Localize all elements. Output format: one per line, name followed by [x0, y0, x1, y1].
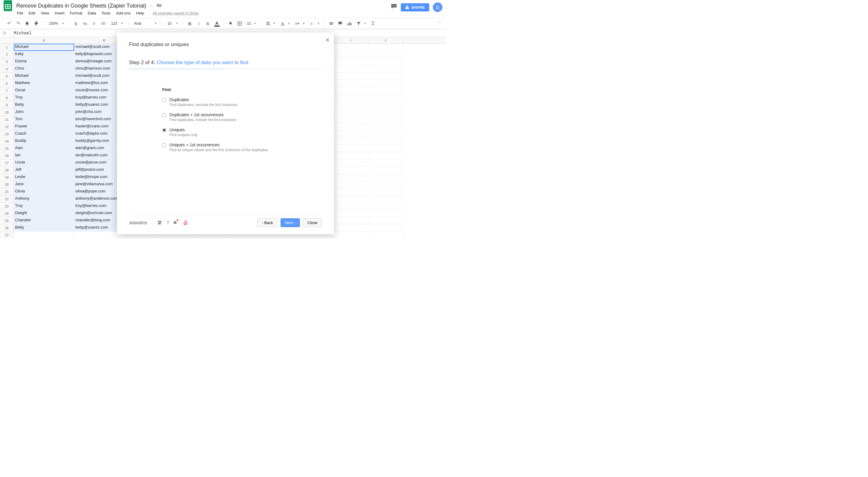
borders-icon[interactable] [236, 20, 243, 27]
menu-tools[interactable]: Tools [101, 11, 110, 15]
menu-view[interactable]: View [41, 11, 49, 15]
zoom-select[interactable]: 100%▼ [46, 21, 66, 27]
strike-icon[interactable]: S [204, 20, 212, 27]
font-size-select[interactable]: 10▼ [165, 21, 180, 27]
cell[interactable] [368, 210, 403, 217]
cell[interactable] [333, 174, 368, 181]
help-icon[interactable]: ? [166, 220, 169, 226]
share-button[interactable]: SHARE [401, 3, 429, 11]
row-header[interactable]: 19 [0, 174, 14, 181]
dialog-close-icon[interactable]: ✕ [325, 37, 330, 43]
row-header[interactable]: 6 [0, 80, 14, 87]
cell[interactable] [368, 224, 403, 232]
row-header[interactable]: 3 [0, 58, 14, 65]
cell[interactable] [333, 217, 368, 224]
cell[interactable]: Michael [14, 73, 74, 80]
cell[interactable] [333, 130, 368, 138]
col-header-A[interactable]: A [14, 37, 74, 43]
cell[interactable]: Matthew [14, 80, 74, 87]
cell[interactable]: Michael [14, 44, 74, 51]
cell[interactable]: Anthony [14, 196, 74, 203]
cell[interactable] [368, 80, 403, 87]
percent-icon[interactable]: % [82, 20, 89, 27]
cell[interactable] [368, 145, 403, 152]
formula-input[interactable]: Michael [14, 31, 32, 36]
cell[interactable] [368, 188, 403, 196]
row-header[interactable]: 23 [0, 203, 14, 210]
cell[interactable] [368, 217, 403, 224]
bug-report-icon[interactable] [173, 220, 178, 226]
font-select[interactable]: Arial▼ [131, 21, 158, 27]
avatar[interactable]: D [433, 2, 442, 12]
row-header[interactable]: 4 [0, 65, 14, 73]
row-header[interactable]: 24 [0, 210, 14, 217]
cell[interactable] [333, 159, 368, 167]
row-header[interactable]: 5 [0, 73, 14, 80]
cell[interactable] [333, 188, 368, 196]
cell[interactable]: Coach [14, 130, 74, 138]
cell[interactable] [368, 109, 403, 116]
cell[interactable] [368, 130, 403, 138]
col-header-J[interactable]: J [368, 37, 403, 43]
cell[interactable] [333, 152, 368, 159]
radio-option[interactable]: DuplicatesFind duplicates, exclude the f… [162, 97, 322, 107]
text-color-icon[interactable]: A [213, 20, 221, 27]
row-header[interactable]: 1 [0, 44, 14, 51]
cell[interactable]: Jane [14, 181, 74, 188]
cell[interactable] [368, 167, 403, 174]
sheets-logo[interactable] [2, 0, 14, 12]
save-status[interactable]: All changes saved in Drive [153, 11, 198, 15]
cell[interactable]: Olivia [14, 188, 74, 196]
cell[interactable] [333, 73, 368, 80]
cell[interactable]: Oscar [14, 87, 74, 94]
cell[interactable]: Chandler [14, 217, 74, 224]
row-header[interactable]: 10 [0, 109, 14, 116]
number-format-select[interactable]: 123▼ [108, 21, 125, 27]
row-header[interactable]: 8 [0, 94, 14, 101]
cell[interactable] [333, 51, 368, 58]
wrap-select[interactable]: ▼ [293, 20, 307, 27]
cell[interactable]: Jeff [14, 167, 74, 174]
cell[interactable]: Uncle [14, 159, 74, 167]
menu-insert[interactable]: Insert [55, 11, 64, 15]
radio-icon[interactable] [162, 128, 166, 132]
share-addon-icon[interactable] [157, 220, 163, 226]
row-header[interactable]: 14 [0, 138, 14, 145]
cell[interactable] [333, 80, 368, 87]
cell[interactable] [333, 167, 368, 174]
row-header[interactable]: 9 [0, 101, 14, 109]
next-button[interactable]: Next› [281, 218, 300, 227]
row-header[interactable]: 26 [0, 224, 14, 232]
cell[interactable] [368, 58, 403, 65]
cell[interactable]: Dwight [14, 210, 74, 217]
cell[interactable]: Frasier [14, 123, 74, 130]
menu-format[interactable]: Format [70, 11, 82, 15]
cell[interactable]: Leslie [14, 174, 74, 181]
cell[interactable] [333, 87, 368, 94]
functions-icon[interactable]: Σ [370, 20, 377, 27]
menu-data[interactable]: Data [88, 11, 96, 15]
collapse-toolbar-icon[interactable]: ˆ [436, 20, 444, 27]
move-folder-icon[interactable] [156, 3, 162, 9]
cell[interactable]: Ian [14, 152, 74, 159]
cell[interactable]: Alan [14, 145, 74, 152]
fill-color-icon[interactable] [227, 20, 234, 27]
cell[interactable] [333, 138, 368, 145]
row-header[interactable]: 11 [0, 116, 14, 123]
row-header[interactable]: 20 [0, 181, 14, 188]
row-header[interactable]: 18 [0, 167, 14, 174]
row-header[interactable]: 15 [0, 145, 14, 152]
cell[interactable] [333, 101, 368, 109]
menu-help[interactable]: Help [136, 11, 144, 15]
rotate-select[interactable]: A ▼ [308, 20, 321, 27]
cell[interactable] [368, 116, 403, 123]
filter-select[interactable]: ▼ [355, 20, 368, 27]
cell[interactable] [333, 65, 368, 73]
valign-select[interactable]: ▼ [279, 20, 292, 27]
cell[interactable] [368, 65, 403, 73]
cell[interactable] [333, 181, 368, 188]
cell[interactable] [14, 232, 74, 238]
cell[interactable] [368, 94, 403, 101]
cell[interactable] [368, 44, 403, 51]
cell[interactable] [333, 123, 368, 130]
